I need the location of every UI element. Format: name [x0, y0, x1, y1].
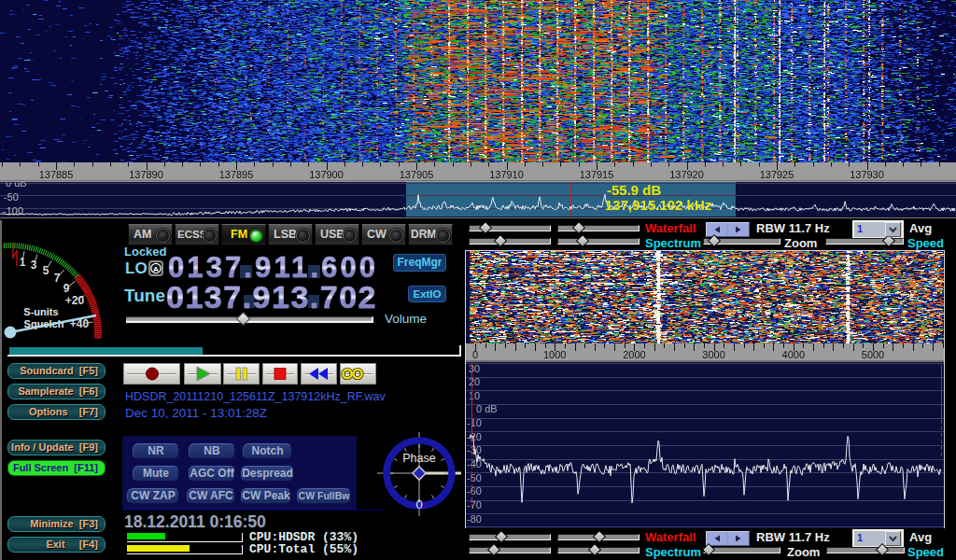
svg-text:5: 5: [43, 264, 49, 277]
svg-text:S-units: S-units: [23, 306, 58, 317]
svg-text:A: A: [153, 265, 159, 273]
svg-text:9: 9: [63, 282, 70, 295]
svg-text:3: 3: [31, 259, 37, 272]
svg-text:+20: +20: [65, 294, 85, 307]
svg-text:Phase: Phase: [402, 452, 435, 465]
svg-text:1: 1: [20, 256, 26, 269]
svg-text:0: 0: [415, 497, 422, 511]
svg-text:7: 7: [54, 272, 61, 285]
